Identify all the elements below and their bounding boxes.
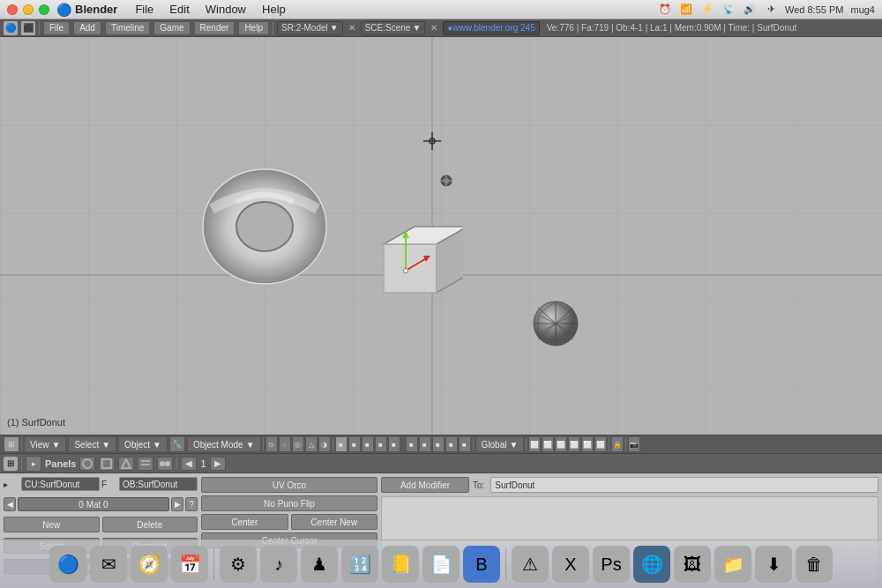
scene-icon[interactable]: ⬛ (21, 21, 35, 35)
panel-icon-5[interactable] (157, 457, 173, 471)
layer-10[interactable]: ■ (459, 436, 471, 452)
dock-itunes[interactable]: ♪ (260, 546, 297, 583)
ob-field[interactable]: OB:SurfDonut (119, 477, 198, 491)
panel-icon-3[interactable] (118, 457, 134, 471)
proportional-icon[interactable]: ○ (279, 436, 291, 452)
dock-textedit[interactable]: 📄 (422, 546, 460, 583)
panel-icon-1[interactable] (79, 457, 95, 471)
material-row: ◀ 0 Mat 0 ▶ ? (4, 497, 198, 511)
uv-orco-btn[interactable]: UV Orco (201, 477, 377, 493)
layer-2[interactable]: ■ (348, 436, 361, 452)
render-icon[interactable]: 📷 (628, 436, 640, 452)
sce-close-btn[interactable]: ✕ (429, 23, 439, 33)
menu-help[interactable]: Help (255, 1, 293, 18)
icosphere-object[interactable] (529, 297, 582, 350)
dock-terminal[interactable]: X (552, 546, 589, 583)
view-icon-5[interactable]: ⬜ (581, 436, 594, 452)
close-button[interactable] (7, 4, 18, 15)
select-menu-btn[interactable]: Select ▼ (68, 436, 116, 452)
layer-8[interactable]: ■ (432, 436, 445, 452)
view-icon-6[interactable]: ⬜ (594, 436, 607, 452)
add-modifier-btn[interactable]: Add Modifier (381, 477, 469, 493)
occlude-icon[interactable]: △ (305, 436, 318, 452)
panel-icon-4[interactable] (138, 457, 153, 471)
sce-field[interactable]: SCE:Scene ▼ (361, 21, 426, 35)
layer-3[interactable]: ■ (362, 436, 374, 452)
mat-next-btn[interactable]: ▶ (171, 497, 183, 511)
layer-7[interactable]: ■ (419, 436, 431, 452)
mode-dropdown[interactable]: Object Mode ▼ (187, 436, 261, 452)
dock-blender-2[interactable]: 🌐 (633, 546, 670, 583)
app-menu-label[interactable]: Blender (75, 3, 117, 16)
dock-trash[interactable]: 🗑 (796, 546, 833, 583)
mat-question-btn[interactable]: ? (185, 497, 198, 511)
mac-dock: 🔵 ✉ 🧭 📅 ⚙ ♪ ♟ 🔢 📒 📄 B ⚠ X Ps 🌐 🖼 📁 ⬇ 🗑 (0, 540, 882, 588)
layer-1[interactable]: ■ (335, 436, 348, 452)
snap-icon[interactable]: ⊙ (265, 436, 278, 452)
menu-help-btn[interactable]: Help (238, 21, 269, 35)
panel-icon-2[interactable] (99, 457, 115, 471)
menu-edit[interactable]: Edit (162, 1, 196, 18)
traffic-lights[interactable] (7, 4, 49, 15)
dock-warning[interactable]: ⚠ (512, 546, 549, 583)
panels-grid-icon[interactable]: ⊞ (4, 457, 18, 471)
viewport-shade-icon[interactable]: ◑ (318, 436, 331, 452)
view-grid-icon[interactable]: ⊞ (4, 436, 19, 452)
url-field[interactable]: ● www.blender.org 245 (443, 21, 539, 35)
view-icon-3[interactable]: ⬜ (555, 436, 567, 452)
view-icon-1[interactable]: ⬜ (528, 436, 541, 452)
object-menu-btn[interactable]: Object ▼ (118, 436, 168, 452)
center-new-btn[interactable]: Center New (291, 514, 378, 530)
panels-next-btn[interactable]: ▶ (210, 457, 226, 471)
sr-field[interactable]: SR:2-Model ▼ (277, 21, 343, 35)
panels-prev-btn[interactable]: ◀ (181, 457, 197, 471)
menu-file[interactable]: File (128, 1, 161, 18)
transform-manipulator[interactable] (388, 222, 432, 284)
lock-icon[interactable]: 🔒 (611, 436, 624, 452)
menu-file-btn[interactable]: File (43, 21, 70, 35)
menu-render-btn[interactable]: Render (194, 21, 235, 35)
dock-address-book[interactable]: 📒 (382, 546, 419, 583)
dock-calculator[interactable]: 🔢 (341, 546, 378, 583)
torus-object[interactable] (194, 160, 335, 293)
proportional-mode-icon[interactable]: ◎ (292, 436, 304, 452)
dock-ical[interactable]: 📅 (171, 546, 208, 583)
dock-mail[interactable]: ✉ (90, 546, 127, 583)
layer-5[interactable]: ■ (388, 436, 400, 452)
layer-9[interactable]: ■ (445, 436, 458, 452)
new-btn[interactable]: New (4, 517, 100, 532)
blender-icon[interactable]: 🔵 (4, 21, 18, 35)
minimize-button[interactable] (23, 4, 34, 15)
delete-btn[interactable]: Delete (102, 517, 198, 532)
3d-viewport[interactable]: (1) SurfDonut (0, 37, 882, 435)
dock-chess[interactable]: ♟ (301, 546, 338, 583)
no-puno-flip-btn[interactable]: No Puno Flip (201, 495, 377, 511)
mat-prev-btn[interactable]: ◀ (4, 497, 16, 511)
dock-photoshop[interactable]: Ps (593, 546, 630, 583)
dock-misc-2[interactable]: 📁 (714, 546, 751, 583)
menu-add-btn[interactable]: Add (73, 21, 101, 35)
menu-game-btn[interactable]: Game (153, 21, 190, 35)
center-btn[interactable]: Center (201, 514, 288, 530)
view-icon-2[interactable]: ⬜ (542, 436, 554, 452)
menu-timeline-btn[interactable]: Timeline (105, 21, 150, 35)
view-icon-4[interactable]: ⬜ (568, 436, 580, 452)
center-row: Center Center New (201, 514, 377, 530)
object-mode-icon[interactable]: 🔧 (169, 436, 185, 452)
layer-6[interactable]: ■ (406, 436, 418, 452)
dock-blender[interactable]: B (463, 546, 500, 583)
layer-4[interactable]: ■ (375, 436, 387, 452)
panels-expand-icon[interactable]: ▸ (26, 456, 41, 472)
dock-system-prefs[interactable]: ⚙ (220, 546, 257, 583)
cu-field[interactable]: CU:SurfDonut (21, 477, 100, 491)
menu-window[interactable]: Window (198, 1, 253, 18)
dock-misc-1[interactable]: 🖼 (674, 546, 711, 583)
mat-field[interactable]: 0 Mat 0 (18, 497, 169, 511)
sr-close-btn[interactable]: ✕ (347, 23, 357, 33)
dock-finder[interactable]: 🔵 (49, 546, 86, 583)
dock-misc-3[interactable]: ⬇ (755, 546, 792, 583)
dock-safari[interactable]: 🧭 (131, 546, 168, 583)
maximize-button[interactable] (39, 4, 49, 15)
view-menu-btn[interactable]: View ▼ (24, 436, 66, 452)
coord-dropdown[interactable]: Global ▼ (475, 436, 525, 452)
